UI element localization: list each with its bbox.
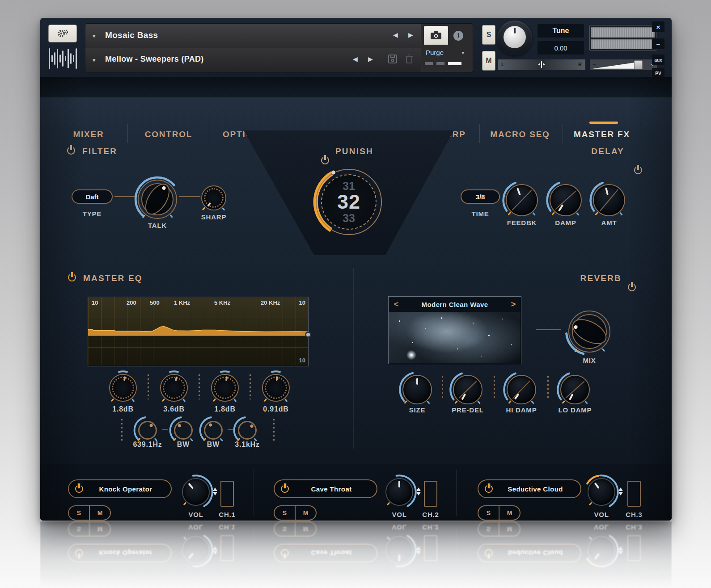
reverb-size-knob[interactable] (402, 375, 432, 404)
purge-dropdown-icon: ▾ (461, 50, 464, 56)
reverb-preset-box: < Modern Clean Wave > (388, 296, 521, 364)
channel1-mute-button[interactable]: M (90, 506, 110, 520)
channel3-stepper[interactable] (618, 487, 624, 498)
reverb-lodamp-knob[interactable] (560, 375, 590, 404)
channel2-volume-knob[interactable] (385, 478, 413, 506)
snapshot-camera-button[interactable] (424, 26, 448, 45)
patch-prev-icon[interactable]: ◀ (353, 55, 358, 63)
preset-prev-button[interactable]: < (389, 300, 404, 309)
master-eq-power-button[interactable] (67, 273, 77, 282)
channel3-mute-button[interactable]: M (499, 506, 520, 520)
close-button[interactable]: × (652, 21, 664, 32)
trash-icon[interactable] (405, 54, 414, 66)
channel3-power-button[interactable] (484, 484, 494, 494)
delay-power-button[interactable] (633, 165, 643, 175)
eq-freq2-knob[interactable] (237, 420, 258, 441)
channel3-name: Seductive Cloud (495, 480, 576, 497)
channel2-stepper[interactable] (416, 487, 422, 498)
channel2-name: Cave Throat (291, 480, 372, 497)
delay-time-label: TIME (461, 210, 500, 218)
delay-time-selector[interactable]: 3/8 (461, 189, 500, 204)
pan-left-label: L (501, 62, 504, 67)
channel1-stepper[interactable] (213, 487, 218, 498)
channel3-solo-button[interactable]: S (478, 506, 499, 520)
master-fx-page: MIXER CONTROL OPTIONS ARP MACRO SEQ MAST… (40, 77, 672, 521)
volume-minus[interactable]: − (592, 61, 596, 68)
punish-knob[interactable]: 31 32 33 (316, 169, 382, 235)
reverb-predelay-knob[interactable] (453, 375, 482, 404)
bank-next-icon[interactable]: ▶ (408, 31, 413, 38)
delay-feedback-knob[interactable] (506, 184, 538, 216)
channel2-enable-pill[interactable]: Cave Throat (274, 479, 377, 498)
minimize-button[interactable]: − (652, 38, 664, 49)
eq-bw1-knob[interactable] (173, 420, 194, 441)
waveform-icon[interactable] (47, 46, 79, 71)
filter-sharp-knob[interactable] (201, 185, 226, 210)
delay-feedback-label: FEEDBK (499, 219, 544, 227)
channel1-solo-button[interactable]: S (69, 506, 89, 520)
preset-next-button[interactable]: > (506, 300, 521, 309)
channel1-enable-pill[interactable]: Knock Operator (68, 479, 172, 498)
options-gear-button[interactable] (48, 25, 77, 42)
reverb-power-button[interactable] (627, 282, 637, 292)
tune-knob[interactable] (497, 21, 532, 55)
eq-gain2-value: 3.6dB (154, 405, 194, 413)
eq-graph[interactable]: 10 200 500 1 KHz 5 KHz 20 KHz 10 10 (88, 297, 309, 366)
bank-prev-icon[interactable]: ◀ (393, 31, 398, 38)
filter-type-value: Daft (85, 193, 98, 201)
filter-talk-knob[interactable] (138, 180, 177, 219)
channel3-enable-pill[interactable]: Seductive Cloud (478, 479, 581, 498)
punish-power-button[interactable] (320, 155, 330, 165)
reverb-hidamp-knob[interactable] (507, 375, 536, 404)
aux-button[interactable]: aux (652, 55, 664, 65)
eq-gain-handle[interactable] (305, 332, 311, 338)
fx-row: FILTER Daft TYPE TALK SHARP (40, 130, 672, 255)
eq-bw2-knob[interactable] (203, 420, 224, 441)
patch-row[interactable]: ▾ Mellow - Sweepers (PAD) ◀ ▶ (85, 48, 421, 72)
filter-power-button[interactable] (66, 146, 76, 155)
purge-menu[interactable]: Purge ▾ (426, 49, 470, 56)
dotted-separator (273, 419, 275, 441)
patch-next-icon[interactable]: ▶ (368, 55, 373, 63)
delay-amt-label: AMT (587, 219, 631, 227)
channel2-power-button[interactable] (280, 484, 290, 494)
eq-gain4-knob[interactable] (262, 374, 290, 402)
patch-name[interactable]: Mellow - Sweepers (PAD) (105, 55, 204, 64)
channel1-power-button[interactable] (74, 484, 84, 494)
delay-amt-knob[interactable] (593, 184, 625, 216)
channel3-volume-knob[interactable] (588, 478, 615, 506)
delay-damp-knob[interactable] (550, 184, 582, 216)
window-reflection: ▾ Mosaic Bass ◀ ▶ ▾ Mellow - Sweepers (P… (40, 521, 672, 588)
eq-zero-line (88, 335, 308, 336)
channel2-mute-button[interactable]: M (296, 506, 316, 520)
eq-gain2-knob[interactable] (160, 374, 188, 402)
volume-handle[interactable] (634, 60, 643, 69)
bank-row[interactable]: ▾ Mosaic Bass ◀ ▶ (85, 24, 421, 48)
eq-gain1-knob[interactable] (109, 374, 137, 402)
solo-button[interactable]: S (482, 25, 495, 45)
reverb-mix-knob[interactable] (568, 311, 610, 353)
tune-value[interactable]: 0.00 (537, 41, 584, 55)
delay-time-value: 3/8 (476, 193, 485, 201)
channel1-volume-knob[interactable] (182, 478, 210, 506)
page-tabs: MIXER CONTROL OPTIONS ARP MACRO SEQ MAST… (40, 97, 672, 130)
volume-slider[interactable]: − + (589, 59, 657, 71)
channel3-meter (627, 481, 641, 507)
channel2-solo-button[interactable]: S (275, 506, 295, 520)
info-button[interactable]: i (451, 29, 466, 42)
dotted-separator (250, 374, 251, 399)
tune-label: Tune (537, 24, 584, 38)
patch-dropdown-icon[interactable]: ▾ (93, 57, 96, 63)
filter-type-selector[interactable]: Daft (72, 189, 113, 204)
delay-damp-label: DAMP (543, 219, 588, 227)
eq-gain3-knob[interactable] (211, 374, 239, 402)
bank-dropdown-icon[interactable]: ▾ (93, 33, 96, 39)
reverb-preset-name[interactable]: Modern Clean Wave (404, 301, 506, 308)
pan-handle[interactable] (538, 61, 545, 68)
save-icon[interactable] (388, 54, 398, 66)
strip-divider (254, 470, 254, 516)
eq-freq1-knob[interactable] (137, 420, 158, 441)
bank-name[interactable]: Mosaic Bass (105, 30, 158, 40)
pan-slider[interactable]: L R (497, 59, 586, 71)
mute-button[interactable]: M (482, 51, 495, 71)
